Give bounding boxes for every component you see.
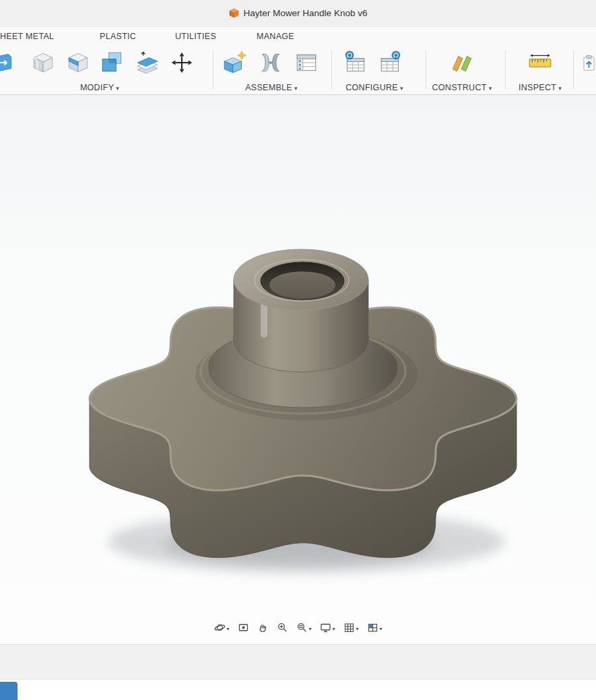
tab-plastic[interactable]: PLASTIC <box>100 27 136 46</box>
modify-label: MODIFY <box>80 83 114 92</box>
bottom-left-blue-fragment[interactable] <box>0 682 18 700</box>
construct-label: CONSTRUCT <box>432 83 487 92</box>
combine-button[interactable] <box>95 46 130 79</box>
display-settings-icon <box>319 622 331 636</box>
new-component-button[interactable] <box>217 46 253 79</box>
new-component-icon <box>222 50 248 75</box>
press-pull-button[interactable] <box>0 46 15 79</box>
toolbar-separator <box>505 51 506 89</box>
chevron-down-icon: ▾ <box>294 85 298 92</box>
configure-dropdown[interactable]: CONFIGURE▾ <box>337 83 412 92</box>
chevron-down-icon: ▾ <box>116 85 119 92</box>
measure-button[interactable] <box>523 46 558 79</box>
ribbon-tab-row: HEET METAL PLASTIC UTILITIES MANAGE <box>0 27 596 46</box>
chamfer-icon <box>65 50 91 75</box>
combine-icon <box>100 50 125 75</box>
offset-face-icon <box>135 50 160 75</box>
nav-orbit-button[interactable]: ▾ <box>211 620 232 638</box>
nav-look-at-button[interactable] <box>234 620 251 638</box>
nav-zoom-button[interactable] <box>273 620 290 638</box>
fillet-button[interactable] <box>26 46 61 79</box>
bom-table-icon <box>294 50 319 75</box>
look-at-icon <box>237 622 249 636</box>
ribbon-tool-row: MODIFY▾ <box>0 46 596 94</box>
view-navigation-bar: ▾ <box>211 620 385 638</box>
titlebar: Hayter Mower Handle Knob v6 <box>0 0 596 27</box>
partial-tool-button-right[interactable] <box>578 46 596 79</box>
zoom-in-icon <box>276 622 288 636</box>
joint-button[interactable] <box>253 46 288 79</box>
configuration-table-icon <box>378 50 403 75</box>
nav-pan-button[interactable] <box>254 620 271 638</box>
tab-manage[interactable]: MANAGE <box>257 27 294 46</box>
document-cube-icon <box>229 8 239 18</box>
configure-label: CONFIGURE <box>345 83 398 92</box>
toolbar-group-inspect: INSPECT▾ <box>509 46 571 94</box>
configure-icon <box>342 50 368 75</box>
fusion-app-window: Hayter Mower Handle Knob v6 HEET METAL P… <box>0 0 596 700</box>
chevron-down-icon: ▾ <box>558 85 562 92</box>
inspect-dropdown[interactable]: INSPECT▾ <box>509 83 571 92</box>
orbit-icon <box>213 622 225 636</box>
joint-icon <box>258 50 284 75</box>
modify-dropdown[interactable]: MODIFY▾ <box>0 83 199 92</box>
assemble-dropdown[interactable]: ASSEMBLE▾ <box>217 83 326 92</box>
configure-button[interactable] <box>337 46 372 79</box>
construct-dropdown[interactable]: CONSTRUCT▾ <box>431 83 493 92</box>
configuration-table-button[interactable] <box>372 46 408 79</box>
viewports-icon <box>367 622 378 636</box>
toolbar-group-modify: MODIFY▾ <box>0 46 199 94</box>
zoom-window-icon <box>296 622 307 636</box>
toolbar-separator <box>331 51 332 89</box>
viewport-canvas[interactable]: ▾ <box>0 95 596 644</box>
chevron-down-icon: ▾ <box>308 626 311 632</box>
fillet-icon <box>30 50 56 75</box>
toolbar-group-assemble: ASSEMBLE▾ <box>217 46 326 94</box>
nav-viewports-button[interactable]: ▾ <box>364 620 385 638</box>
timeline-panel[interactable] <box>0 644 596 680</box>
press-pull-icon <box>0 50 15 75</box>
toolbar-group-configure: CONFIGURE▾ <box>337 46 412 94</box>
move-copy-button[interactable] <box>164 46 199 79</box>
grid-icon <box>343 622 355 636</box>
inspect-label: INSPECT <box>519 83 556 92</box>
toolbar-separator <box>213 51 213 89</box>
move-copy-icon <box>169 50 195 75</box>
tab-utilities[interactable]: UTILITIES <box>175 27 216 46</box>
nav-fit-button[interactable]: ▾ <box>293 620 314 638</box>
chevron-down-icon: ▾ <box>400 85 403 92</box>
toolbar-separator <box>426 51 426 89</box>
ribbon-toolbar: HEET METAL PLASTIC UTILITIES MANAGE <box>0 27 596 95</box>
toolbar-group-construct: CONSTRUCT▾ <box>431 46 493 94</box>
chevron-down-icon: ▾ <box>226 626 229 632</box>
chevron-down-icon: ▾ <box>356 626 359 632</box>
tab-sheet-metal[interactable]: HEET METAL <box>0 27 54 46</box>
upload-clipboard-icon <box>578 50 596 75</box>
pan-hand-icon <box>257 622 268 636</box>
chevron-down-icon: ▾ <box>489 85 492 92</box>
model-3d-knob <box>0 95 596 644</box>
assemble-label: ASSEMBLE <box>245 83 292 92</box>
nav-grid-snaps-button[interactable]: ▾ <box>341 620 362 638</box>
toolbar-separator <box>573 51 574 89</box>
construct-plane-icon <box>449 50 475 75</box>
measure-icon <box>527 50 553 75</box>
bom-table-button[interactable] <box>288 46 324 79</box>
chevron-down-icon: ▾ <box>332 626 335 632</box>
offset-face-button[interactable] <box>130 46 165 79</box>
bottom-bar <box>0 680 596 700</box>
construct-plane-button[interactable] <box>444 46 480 79</box>
chevron-down-icon: ▾ <box>380 626 383 632</box>
nav-display-settings-button[interactable]: ▾ <box>317 620 337 638</box>
document-title[interactable]: Hayter Mower Handle Knob v6 <box>244 8 368 18</box>
chamfer-button[interactable] <box>61 46 96 79</box>
